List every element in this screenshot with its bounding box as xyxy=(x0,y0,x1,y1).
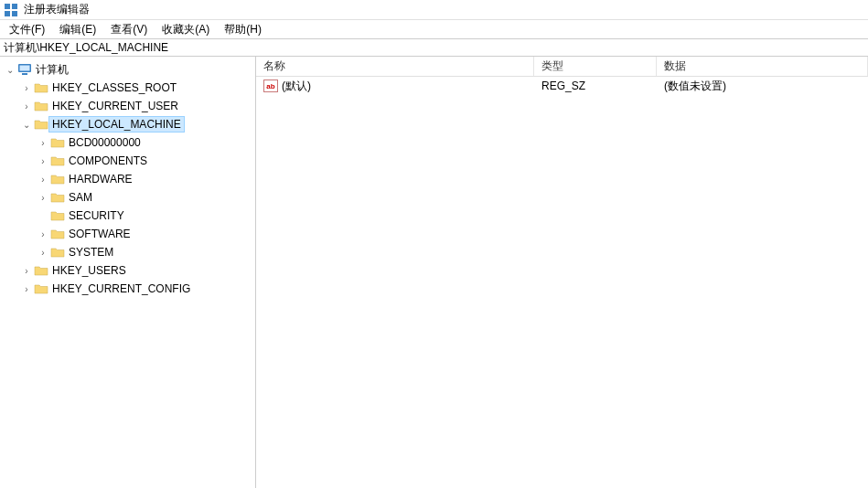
tree-node-system[interactable]: › SYSTEM xyxy=(0,243,255,261)
chevron-right-icon[interactable]: › xyxy=(37,175,49,185)
content-area: ⌄ 计算机 › HKEY_CLASSES_ROOT › HKEY_CURR xyxy=(0,57,868,488)
value-type-cell: REG_SZ xyxy=(534,79,657,93)
folder-icon xyxy=(33,264,49,277)
tree-label: HARDWARE xyxy=(66,172,135,186)
menu-favorites[interactable]: 收藏夹(A) xyxy=(156,20,215,39)
menu-view[interactable]: 查看(V) xyxy=(105,20,153,39)
menubar: 文件(F) 编辑(E) 查看(V) 收藏夹(A) 帮助(H) xyxy=(0,20,868,38)
folder-icon xyxy=(49,246,66,259)
folder-icon xyxy=(33,118,49,131)
list-pane[interactable]: 名称 类型 数据 ab (默认) REG_SZ (数值未设置) xyxy=(256,57,868,488)
tree-label: HKEY_LOCAL_MACHINE xyxy=(49,117,184,132)
folder-icon xyxy=(49,191,66,204)
tree-label: HKEY_CLASSES_ROOT xyxy=(49,80,179,95)
chevron-right-icon[interactable]: › xyxy=(37,248,49,258)
svg-rect-0 xyxy=(5,4,10,9)
tree-node-hkcu[interactable]: › HKEY_CURRENT_USER xyxy=(0,97,255,115)
svg-rect-3 xyxy=(12,11,17,16)
column-header-type[interactable]: 类型 xyxy=(534,57,657,76)
tree-node-software[interactable]: › SOFTWARE xyxy=(0,225,255,243)
tree-node-hardware[interactable]: › HARDWARE xyxy=(0,170,255,188)
chevron-right-icon[interactable]: › xyxy=(20,101,33,111)
app-icon xyxy=(4,3,18,17)
tree-node-hkcc[interactable]: › HKEY_CURRENT_CONFIG xyxy=(0,280,255,298)
addressbar[interactable]: 计算机\HKEY_LOCAL_MACHINE xyxy=(0,38,868,57)
svg-rect-5 xyxy=(20,66,30,71)
tree-node-components[interactable]: › COMPONENTS xyxy=(0,152,255,170)
string-value-icon: ab xyxy=(263,80,278,92)
tree-label: HKEY_CURRENT_USER xyxy=(49,99,181,113)
tree-node-bcd[interactable]: › BCD00000000 xyxy=(0,133,255,152)
chevron-down-icon[interactable]: ⌄ xyxy=(4,65,16,75)
tree-label: SECURITY xyxy=(66,208,127,223)
list-item[interactable]: ab (默认) REG_SZ (数值未设置) xyxy=(256,77,868,95)
tree-label: HKEY_CURRENT_CONFIG xyxy=(49,281,193,296)
value-data-cell: (数值未设置) xyxy=(657,78,868,95)
menu-help[interactable]: 帮助(H) xyxy=(219,20,267,39)
menu-file[interactable]: 文件(F) xyxy=(4,20,50,39)
chevron-right-icon[interactable]: › xyxy=(37,156,49,166)
tree-pane[interactable]: ⌄ 计算机 › HKEY_CLASSES_ROOT › HKEY_CURR xyxy=(0,57,256,488)
folder-icon xyxy=(49,136,66,149)
tree-label: BCD00000000 xyxy=(66,135,144,150)
tree-label: SYSTEM xyxy=(66,245,116,260)
address-text: 计算机\HKEY_LOCAL_MACHINE xyxy=(4,40,168,56)
tree-label: 计算机 xyxy=(33,61,71,79)
folder-icon xyxy=(33,81,49,94)
tree-node-computer[interactable]: ⌄ 计算机 xyxy=(0,60,255,79)
tree-node-sam[interactable]: › SAM xyxy=(0,188,255,207)
tree-node-hkcr[interactable]: › HKEY_CLASSES_ROOT xyxy=(0,79,255,97)
window-title: 注册表编辑器 xyxy=(24,2,90,17)
tree-label: SOFTWARE xyxy=(66,227,134,241)
tree-node-hklm[interactable]: ⌄ HKEY_LOCAL_MACHINE xyxy=(0,115,255,133)
svg-rect-1 xyxy=(12,4,17,9)
svg-rect-2 xyxy=(5,11,10,16)
folder-icon xyxy=(49,209,66,222)
folder-icon xyxy=(49,173,66,186)
chevron-right-icon[interactable]: › xyxy=(20,266,33,276)
value-name-cell: ab (默认) xyxy=(256,78,534,95)
folder-icon xyxy=(49,154,66,167)
tree-label: COMPONENTS xyxy=(66,154,150,168)
chevron-right-icon[interactable]: › xyxy=(37,138,49,148)
chevron-down-icon[interactable]: ⌄ xyxy=(20,120,33,130)
folder-icon xyxy=(33,282,49,295)
chevron-right-icon[interactable]: › xyxy=(37,193,49,203)
chevron-right-icon[interactable]: › xyxy=(37,229,49,239)
computer-icon xyxy=(16,63,33,76)
tree-label: HKEY_USERS xyxy=(49,263,129,278)
svg-rect-6 xyxy=(22,73,27,75)
value-name: (默认) xyxy=(282,79,311,94)
tree-node-hku[interactable]: › HKEY_USERS xyxy=(0,261,255,280)
list-header: 名称 类型 数据 xyxy=(256,57,868,77)
column-header-data[interactable]: 数据 xyxy=(657,57,868,76)
chevron-right-icon[interactable]: › xyxy=(20,284,33,294)
menu-edit[interactable]: 编辑(E) xyxy=(54,20,102,39)
tree-label: SAM xyxy=(66,190,95,205)
titlebar: 注册表编辑器 xyxy=(0,0,868,20)
folder-icon xyxy=(33,100,49,112)
column-header-name[interactable]: 名称 xyxy=(256,57,534,76)
folder-icon xyxy=(49,228,66,240)
chevron-right-icon[interactable]: › xyxy=(20,83,33,93)
tree-node-security[interactable]: SECURITY xyxy=(0,207,255,225)
